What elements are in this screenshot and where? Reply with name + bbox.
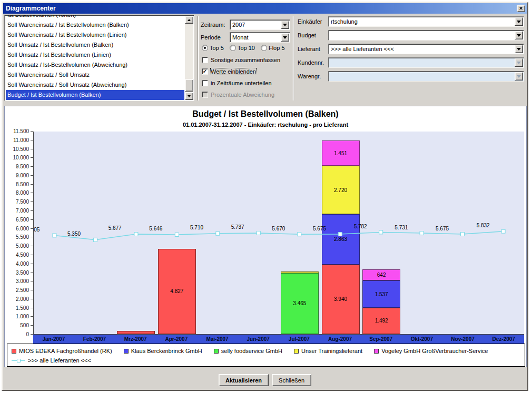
line-value-label: 5.646 [144,226,168,231]
line-marker [134,233,138,236]
legend-item: MIOS EDEKA Fachgroßhandel (RK) [12,348,112,354]
legend-label: Vogeley GmbH GroßVerbraucher-Service [381,348,488,354]
radio-icon[interactable] [230,45,236,51]
checkbox-option[interactable]: in Zeiträume unterteilen [202,77,280,89]
selector-row: Lieferant>>> alle Lieferanten <<< [295,43,526,56]
line-marker [420,231,423,235]
bar-value-label: 3.940 [334,296,347,302]
checkbox-icon[interactable] [202,80,208,86]
list-item[interactable]: Soll Umsatz / Ist-Bestellvolumen (Abweic… [6,60,184,70]
bar-segment: 1.492 [362,308,400,334]
y-tick-label: 6.000 [5,226,29,232]
checkbox-icon[interactable] [202,57,208,63]
bar-segment: 642 [362,269,400,281]
radio-icon[interactable] [261,45,267,51]
x-axis-label: Feb-2007 [74,335,115,344]
dropdown-arrow-icon[interactable] [515,45,523,53]
list-item[interactable]: Budget / Ist Bestellvolumen (Balken) [6,90,184,100]
x-axis-label: Dez-2007 [483,335,524,344]
scroll-thumb[interactable] [185,79,193,92]
line-marker [257,231,260,235]
selector-label: Einkäufer [298,18,322,25]
arrow-up-icon [188,19,191,21]
legend-label: Unser Trainingslieferant [301,348,362,354]
list-item[interactable]: Soll Wareneinsatz / Soll Umsatz [6,70,184,80]
selector-row: Einkäuferrtschulung [295,15,526,29]
dropdown-arrow-icon[interactable] [515,17,523,26]
periode-select[interactable]: Monat [230,32,290,43]
selector-rows: EinkäuferrtschulungBudgetLieferant>>> al… [295,15,526,84]
topflop-radios: Top 5Top 10Flop 5 [202,44,291,52]
title-bar[interactable]: Diagrammcenter ✕ [3,3,527,14]
selector-row: Warengr. [295,70,526,84]
line-value-label: 5.737 [226,224,249,230]
checkbox-option[interactable]: ✓Werte einblenden [202,66,280,77]
radio-option[interactable]: Flop 5 [261,45,285,51]
bar-segment: 3.465 [281,273,319,334]
bar-segment: 1.451 [322,140,360,166]
y-tick-label: 7.000 [5,208,29,214]
list-item[interactable]: Soll Wareneinsatz / Ist Bestellvolumen (… [6,20,184,30]
bar-value-label: 1.537 [375,291,388,297]
bar-segment: 4.827 [158,249,196,334]
budget-select[interactable] [328,30,524,41]
y-tick-label: 3.000 [5,278,29,285]
list-item[interactable]: Soll Umsatz / Ist Bestellvolumen (Balken… [6,40,184,50]
bar-segment [281,271,319,273]
selector-label: Budget [298,32,316,38]
line-marker [53,234,56,237]
y-tick-label: 11.500 [5,128,29,135]
line-marker [216,231,220,235]
list-item[interactable]: Soll Wareneinsatz / Ist Bestellvolumen (… [6,30,184,40]
y-tick-label: 5.500 [5,234,29,240]
list-item[interactable]: Soll Umsatz / Ist Bestellvolumen (Linien… [6,50,184,60]
line-value-label: 5.731 [390,225,413,230]
radio-option[interactable]: Top 5 [202,45,224,51]
line-value-label: 5.675 [431,226,454,231]
list-scrollbar[interactable] [185,16,193,100]
bar-value-label: 1.451 [334,150,347,156]
separator [293,16,294,100]
schliessen-button[interactable]: Schließen [272,374,311,386]
periode-dropdown-arrow-icon[interactable] [281,33,289,42]
chart-type-list[interactable]: Ist Bestellvolumen (Torten)Soll Warenein… [4,15,194,101]
radio-option[interactable]: Top 10 [230,45,255,51]
line-value-label: 5.675 [308,226,331,231]
close-button[interactable]: ✕ [517,5,525,12]
checkbox-icon[interactable]: ✓ [202,68,208,75]
scroll-down-button[interactable] [185,92,193,100]
lieferant-select[interactable]: >>> alle Lieferanten <<< [328,44,524,54]
radio-icon[interactable] [202,45,208,51]
y-tick-label: 4.500 [5,252,29,258]
bar-segment: 2.720 [322,166,360,214]
radio-label: Top 10 [238,45,255,51]
legend-label: >>> alle Lieferanten <<< [28,357,91,364]
checkbox-option[interactable]: Sonstige zusammenfassen [202,54,280,66]
checkbox-label: Sonstige zusammenfassen [211,57,280,63]
dropdown-arrow-icon[interactable] [515,31,523,39]
dropdown-arrow-icon [515,58,523,67]
list-item[interactable]: Soll Wareneinsatz / Soll Umsatz (Abweich… [6,80,184,90]
list-item[interactable]: Ist Bestellvolumen (Torten) [6,15,184,20]
zeitraum-dropdown-arrow-icon[interactable] [281,21,289,29]
aktualisieren-button[interactable]: Aktualisieren [219,374,269,386]
einkufer-select[interactable]: rtschulung [328,16,524,27]
y-axis-labels: 05001.0001.5002.0002.5003.0003.5004.0004… [5,132,30,335]
bar-value-label: 2.863 [334,236,347,242]
kundennr-select [328,57,524,68]
y-tick-label: 9.000 [5,173,29,179]
bar-segment: 3.940 [322,265,360,334]
radio-label: Flop 5 [269,45,285,51]
bar-segment [117,331,155,334]
x-axis-label: Aug-2007 [320,335,361,344]
y-tick-label: 2.000 [5,296,29,303]
y-tick-label: 4.000 [5,261,29,267]
scroll-up-button[interactable] [185,16,193,24]
bar-segment: 2.863 [322,214,360,265]
x-axis-label: Jul-2007 [279,335,320,344]
legend-swatch [294,349,299,354]
zeitraum-select[interactable]: 2007 [230,19,290,30]
y-tick-label: 0 [5,331,29,338]
y-tick-label: 9.500 [5,164,29,170]
legend-swatch [374,349,379,354]
